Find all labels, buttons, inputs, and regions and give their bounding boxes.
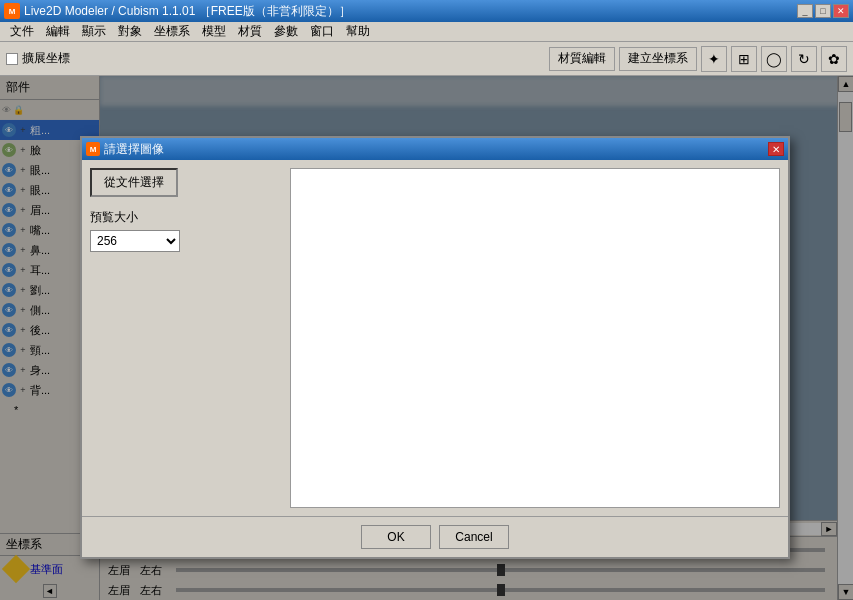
title-controls[interactable]: _ □ ✕ <box>797 4 849 18</box>
menu-params[interactable]: 參數 <box>268 21 304 42</box>
dialog-left-panel: 從文件選擇 預覧大小 64 128 256 512 <box>90 168 290 508</box>
dialog-body: 從文件選擇 預覧大小 64 128 256 512 <box>82 160 788 516</box>
select-tool-button[interactable]: ✦ <box>701 46 727 72</box>
menu-view[interactable]: 顯示 <box>76 21 112 42</box>
dialog-title-left: M 請選擇圖像 <box>86 141 164 158</box>
menu-object[interactable]: 對象 <box>112 21 148 42</box>
main-area: 部件 👁 🔒 👁 + 粗... 👁 + 臉 👁 + 眼... <box>0 76 853 600</box>
settings-button[interactable]: ✿ <box>821 46 847 72</box>
grid-button[interactable]: ⊞ <box>731 46 757 72</box>
title-bar-left: M Live2D Modeler / Cubism 1.1.01 ［FREE版（… <box>4 3 351 20</box>
lasso-button[interactable]: ◯ <box>761 46 787 72</box>
ok-button[interactable]: OK <box>361 525 431 549</box>
menu-window[interactable]: 窗口 <box>304 21 340 42</box>
menu-edit[interactable]: 編輯 <box>40 21 76 42</box>
dialog-footer: OK Cancel <box>82 516 788 557</box>
expand-coords-area: 擴展坐標 <box>6 50 70 67</box>
dialog-icon: M <box>86 142 100 156</box>
expand-coords-label: 擴展坐標 <box>22 50 70 67</box>
close-button[interactable]: ✕ <box>833 4 849 18</box>
preview-size-label: 預覧大小 <box>90 209 282 226</box>
menu-model[interactable]: 模型 <box>196 21 232 42</box>
title-bar: M Live2D Modeler / Cubism 1.1.01 ［FREE版（… <box>0 0 853 22</box>
menu-bar: 文件 編輯 顯示 對象 坐標系 模型 材質 參數 窗口 幫助 <box>0 22 853 42</box>
menu-help[interactable]: 幫助 <box>340 21 376 42</box>
toolbar: 擴展坐標 材質編輯 建立坐標系 ✦ ⊞ ◯ ↻ ✿ <box>0 42 853 76</box>
app-icon: M <box>4 3 20 19</box>
menu-material[interactable]: 材質 <box>232 21 268 42</box>
material-edit-button[interactable]: 材質編輯 <box>549 47 615 71</box>
rotate-button[interactable]: ↻ <box>791 46 817 72</box>
minimize-button[interactable]: _ <box>797 4 813 18</box>
maximize-button[interactable]: □ <box>815 4 831 18</box>
from-file-button[interactable]: 從文件選擇 <box>90 168 178 197</box>
dialog-title: 請選擇圖像 <box>104 141 164 158</box>
dialog-title-bar: M 請選擇圖像 ✕ <box>82 138 788 160</box>
expand-coords-checkbox[interactable] <box>6 53 18 65</box>
cancel-button[interactable]: Cancel <box>439 525 509 549</box>
create-coords-button[interactable]: 建立坐標系 <box>619 47 697 71</box>
preview-size-select[interactable]: 64 128 256 512 <box>90 230 180 252</box>
app-title: Live2D Modeler / Cubism 1.1.01 ［FREE版（非営… <box>24 3 351 20</box>
menu-coords[interactable]: 坐標系 <box>148 21 196 42</box>
dialog-close-button[interactable]: ✕ <box>768 142 784 156</box>
select-image-dialog: M 請選擇圖像 ✕ 從文件選擇 預覧大小 64 128 256 512 <box>80 136 790 559</box>
menu-file[interactable]: 文件 <box>4 21 40 42</box>
modal-overlay: M 請選擇圖像 ✕ 從文件選擇 預覧大小 64 128 256 512 <box>0 76 853 600</box>
dialog-preview-area <box>290 168 780 508</box>
